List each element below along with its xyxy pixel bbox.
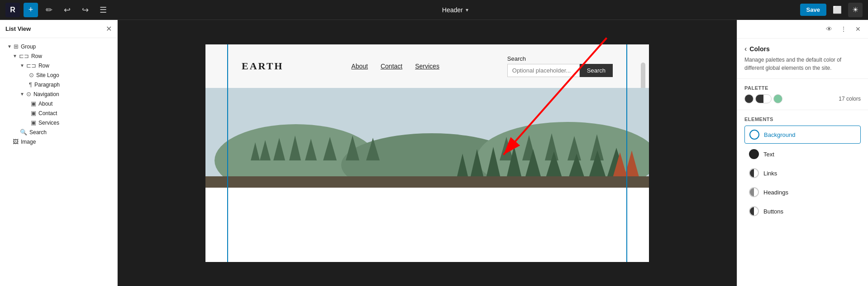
colors-description: Manage palettes and the default color of…: [744, 56, 861, 72]
header-chevron-icon[interactable]: ▾: [466, 7, 468, 13]
navigation-icon: ⊙: [26, 91, 31, 97]
group-icon: ⊞: [14, 43, 19, 50]
colors-back-button[interactable]: ‹: [744, 45, 747, 53]
search-widget-label: Search: [507, 55, 613, 62]
preview-button[interactable]: ⬜: [830, 3, 844, 17]
undo-button[interactable]: ↩: [60, 3, 74, 17]
search-tree-icon: 🔍: [20, 129, 27, 136]
panel-close-button[interactable]: ✕: [852, 23, 864, 35]
element-row-background[interactable]: Background: [744, 126, 861, 144]
list-view-button[interactable]: ☰: [96, 3, 110, 17]
svg-rect-28: [205, 176, 649, 188]
nav-link-contact[interactable]: Contact: [381, 63, 402, 70]
tree-item-paragraph[interactable]: ¶ Paragraph: [0, 80, 117, 89]
services-icon: ▣: [31, 119, 36, 126]
element-row-links[interactable]: Links: [744, 165, 861, 182]
tree-label-navigation: Navigation: [33, 91, 59, 97]
sidebar-title: List View: [5, 25, 31, 32]
tree-item-services[interactable]: ▣ Services: [0, 118, 117, 127]
right-panel-top: 👁 ⋮ ✕: [737, 20, 868, 39]
tree-container: ▼ ⊞ Group ▼ ⊏⊐ Row ▼ ⊏⊐ Row ⊙: [0, 38, 117, 286]
row-icon-2: ⊏⊐: [26, 62, 36, 69]
forest-image: [205, 88, 649, 188]
scrollbar-indicator-1[interactable]: [641, 63, 645, 90]
tree-item-navigation[interactable]: ▼ ⊙ Navigation: [0, 89, 117, 99]
site-logo-tree-icon: ⊙: [29, 72, 34, 78]
tree-label-image: Image: [21, 139, 36, 145]
element-row-buttons[interactable]: Buttons: [744, 203, 861, 220]
panel-eye-button[interactable]: 👁: [823, 23, 835, 35]
elements-section: ELEMENTS Background Text Links Headings: [737, 110, 868, 286]
tree-item-search[interactable]: 🔍 Search: [0, 127, 117, 137]
tree-item-row1[interactable]: ▼ ⊏⊐ Row: [0, 51, 117, 61]
tree-label-site-logo: Site Logo: [36, 72, 59, 78]
toolbar-center: Header ▾: [442, 6, 468, 14]
colors-panel-section: ‹ Colors Manage palettes and the default…: [737, 39, 868, 79]
element-label-background: Background: [764, 131, 795, 138]
canvas-area: EARTH About Contact Services Search Sear…: [118, 20, 737, 286]
tree-label-row1: Row: [31, 53, 42, 59]
tree-label-about: About: [38, 101, 52, 107]
palette-row: 17 colors: [744, 94, 861, 103]
block-name-label: Header: [442, 6, 463, 14]
caret-nav: ▼: [20, 92, 24, 97]
color-green-circle[interactable]: [773, 94, 782, 103]
background-color-icon: [749, 130, 759, 140]
panel-more-button[interactable]: ⋮: [837, 23, 850, 35]
colors-section-header: ‹ Colors: [744, 45, 861, 53]
nav-link-services[interactable]: Services: [415, 63, 439, 70]
left-sidebar: List View ✕ ▼ ⊞ Group ▼ ⊏⊐ Row ▼ ⊏⊐: [0, 20, 118, 286]
sidebar-header: List View ✕: [0, 20, 117, 38]
toolbar-right: Save ⬜ ☀: [800, 3, 863, 17]
tree-label-paragraph: Paragraph: [34, 82, 60, 88]
element-label-headings: Headings: [763, 189, 788, 196]
tree-label-row2: Row: [38, 63, 49, 69]
palette-label: PALETTE: [744, 85, 861, 91]
search-submit-button[interactable]: Search: [580, 64, 613, 77]
element-row-text[interactable]: Text: [744, 145, 861, 163]
tree-item-row2[interactable]: ▼ ⊏⊐ Row: [0, 61, 117, 70]
tree-item-about[interactable]: ▣ About: [0, 99, 117, 108]
element-row-headings[interactable]: Headings: [744, 184, 861, 201]
tree-item-group[interactable]: ▼ ⊞ Group: [0, 42, 117, 51]
tree-item-contact[interactable]: ▣ Contact: [0, 108, 117, 118]
tree-label-group: Group: [21, 44, 36, 50]
color-dark-circle[interactable]: [744, 94, 754, 103]
palette-circles: [744, 94, 782, 103]
sidebar-close-button[interactable]: ✕: [106, 24, 112, 33]
add-block-button[interactable]: +: [24, 3, 38, 17]
search-input[interactable]: [507, 64, 580, 77]
tools-button[interactable]: ✏: [42, 3, 56, 17]
row-icon-1: ⊏⊐: [19, 53, 29, 59]
paragraph-icon: ¶: [29, 81, 32, 88]
color-toggle[interactable]: [755, 94, 772, 103]
element-label-links: Links: [763, 170, 777, 177]
tree-item-image[interactable]: 🖼 Image: [0, 137, 117, 146]
site-navigation: About Contact Services: [351, 63, 439, 70]
links-color-icon: [749, 168, 759, 178]
text-color-icon: [749, 149, 759, 159]
tree-item-site-logo[interactable]: ⊙ Site Logo: [0, 70, 117, 80]
settings-toggle-button[interactable]: ☀: [848, 3, 863, 17]
canvas-frame: EARTH About Contact Services Search Sear…: [205, 44, 649, 262]
site-logo-text: EARTH: [242, 60, 283, 72]
colors-title: Colors: [749, 45, 769, 53]
right-panel: 👁 ⋮ ✕ ‹ Colors Manage palettes and the d…: [737, 20, 868, 286]
site-logo-button[interactable]: R: [5, 3, 20, 17]
site-header: EARTH About Contact Services Search Sear…: [205, 44, 649, 88]
tree-label-search: Search: [29, 129, 47, 136]
image-icon: 🖼: [13, 138, 19, 145]
top-toolbar: R + ✏ ↩ ↪ ☰ Header ▾ Save ⬜ ☀: [0, 0, 868, 20]
about-icon: ▣: [31, 100, 36, 107]
nav-link-about[interactable]: About: [351, 63, 368, 70]
main-content: List View ✕ ▼ ⊞ Group ▼ ⊏⊐ Row ▼ ⊏⊐: [0, 20, 868, 286]
redo-button[interactable]: ↪: [78, 3, 92, 17]
contact-icon: ▣: [31, 110, 36, 116]
forest-svg: [205, 88, 649, 188]
search-widget: Search Search: [507, 55, 613, 77]
tree-label-contact: Contact: [38, 110, 57, 116]
caret-group: ▼: [7, 44, 12, 49]
element-label-buttons: Buttons: [763, 208, 783, 215]
save-button[interactable]: Save: [800, 4, 826, 16]
caret-row1: ▼: [13, 53, 17, 58]
